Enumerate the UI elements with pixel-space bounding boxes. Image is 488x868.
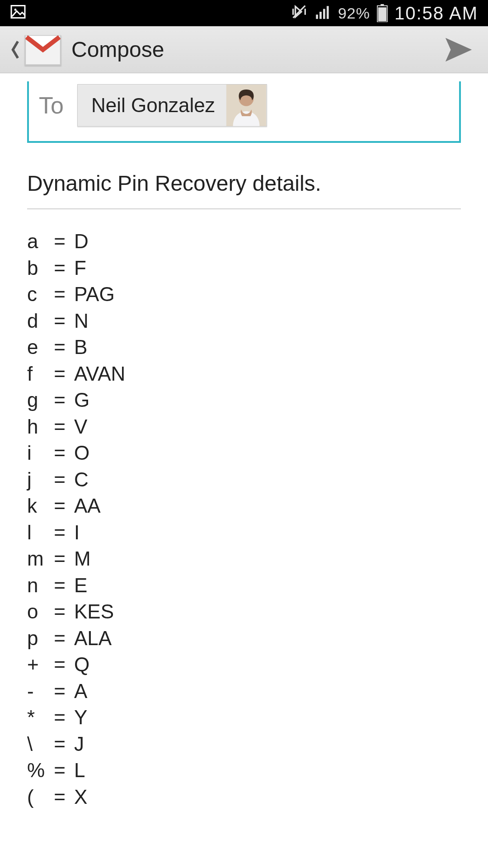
body-line: e=B (27, 334, 461, 361)
equals-sign: = (45, 651, 74, 678)
body-value: B (74, 334, 87, 361)
body-key: % (27, 757, 45, 784)
body-line: p=ALA (27, 625, 461, 652)
body-key: m (27, 546, 45, 572)
body-key: a (27, 228, 45, 255)
body-value: PAG (74, 281, 115, 308)
body-line: k=AA (27, 493, 461, 519)
body-key: b (27, 255, 45, 282)
body-value: G (74, 387, 89, 414)
equals-sign: = (45, 281, 74, 308)
gmail-app-icon[interactable] (23, 31, 63, 69)
body-value: M (74, 546, 91, 572)
body-key: g (27, 387, 45, 414)
page-title: Compose (71, 37, 439, 62)
gallery-notification-icon (10, 4, 26, 23)
svg-rect-9 (378, 7, 386, 21)
equals-sign: = (45, 572, 74, 599)
to-field[interactable]: To Neil Gonzalez (27, 81, 461, 143)
to-label: To (39, 92, 64, 119)
equals-sign: = (45, 519, 74, 546)
body-line: d=N (27, 308, 461, 335)
body-value: ALA (74, 625, 112, 652)
equals-sign: = (45, 387, 74, 414)
body-key: ( (27, 784, 45, 811)
body-key: f (27, 361, 45, 387)
body-line: l=I (27, 519, 461, 546)
body-value: KES (74, 599, 114, 625)
body-line: f=AVAN (27, 361, 461, 387)
body-line: a=D (27, 228, 461, 255)
status-right: 92% 10:58 AM (290, 3, 478, 24)
equals-sign: = (45, 361, 74, 387)
body-key: d (27, 308, 45, 335)
body-key: p (27, 625, 45, 652)
body-line: \=J (27, 731, 461, 758)
subject-row (27, 171, 461, 209)
svg-rect-3 (316, 14, 318, 19)
battery-percent: 92% (338, 5, 370, 22)
body-key: n (27, 572, 45, 599)
body-value: C (74, 467, 89, 493)
equals-sign: = (45, 599, 74, 625)
body-line: n=E (27, 572, 461, 599)
compose-action-bar: Compose (0, 26, 488, 73)
equals-sign: = (45, 625, 74, 652)
body-value: O (74, 440, 89, 467)
send-icon (443, 34, 474, 66)
equals-sign: = (45, 414, 74, 440)
equals-sign: = (45, 467, 74, 493)
body-value: F (74, 255, 86, 282)
body-line: m=M (27, 546, 461, 572)
body-value: Y (74, 704, 87, 731)
body-line: h=V (27, 414, 461, 440)
body-key: o (27, 599, 45, 625)
body-key: h (27, 414, 45, 440)
cell-signal-icon (314, 3, 332, 23)
send-button[interactable] (439, 30, 478, 69)
equals-sign: = (45, 334, 74, 361)
body-value: N (74, 308, 89, 335)
svg-rect-6 (327, 6, 329, 19)
equals-sign: = (45, 678, 74, 705)
svg-rect-5 (323, 9, 325, 19)
equals-sign: = (45, 440, 74, 467)
recipient-name: Neil Gonzalez (78, 89, 226, 122)
subject-input[interactable] (27, 171, 461, 196)
body-key: c (27, 281, 45, 308)
body-key: l (27, 519, 45, 546)
body-value: X (74, 784, 87, 811)
equals-sign: = (45, 493, 74, 519)
body-line: i=O (27, 440, 461, 467)
body-key: + (27, 651, 45, 678)
body-value: I (74, 519, 80, 546)
body-value: Q (74, 651, 89, 678)
back-chevron-icon[interactable] (10, 40, 21, 60)
svg-point-1 (14, 9, 17, 11)
body-value: E (74, 572, 87, 599)
body-line: b=F (27, 255, 461, 282)
body-line: %=L (27, 757, 461, 784)
body-key: j (27, 467, 45, 493)
vibrate-mute-icon (290, 3, 308, 24)
recipient-avatar (226, 85, 267, 126)
body-line: *=Y (27, 704, 461, 731)
body-key: k (27, 493, 45, 519)
body-value: J (74, 731, 84, 758)
equals-sign: = (45, 731, 74, 758)
equals-sign: = (45, 757, 74, 784)
email-body[interactable]: a=Db=Fc=PAGd=Ne=Bf=AVANg=Gh=Vi=Oj=Ck=AAl… (27, 228, 461, 810)
status-clock: 10:58 AM (394, 3, 478, 24)
equals-sign: = (45, 228, 74, 255)
body-line: (=X (27, 784, 461, 811)
body-value: D (74, 228, 89, 255)
body-line: g=G (27, 387, 461, 414)
body-key: i (27, 440, 45, 467)
body-line: +=Q (27, 651, 461, 678)
equals-sign: = (45, 704, 74, 731)
body-value: AVAN (74, 361, 125, 387)
body-line: -=A (27, 678, 461, 705)
recipient-chip[interactable]: Neil Gonzalez (77, 84, 267, 127)
body-key: e (27, 334, 45, 361)
body-value: L (74, 757, 85, 784)
